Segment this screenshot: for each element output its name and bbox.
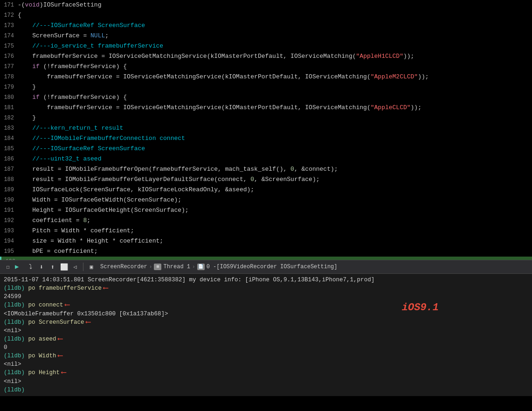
console-prompt-line-3: (lldb) po aseed⟵ — [4, 335, 528, 343]
line-number: 194 — [0, 236, 18, 246]
line-number: 195 — [0, 246, 18, 257]
line-content: //---kern_return_t result — [18, 123, 532, 133]
line-number: 187 — [0, 164, 18, 174]
code-line-194: 194 size = Width * Height * coefficient; — [0, 236, 532, 246]
console-prompt-line-2: (lldb) po ScreenSurface⟵ — [4, 318, 528, 327]
current-arrow-icon: ▶ — [15, 263, 23, 271]
line-content: if (!framebufferService) { — [18, 92, 532, 103]
code-line-188: 188 result = IOMobileFramebufferGetLayer… — [0, 174, 532, 185]
line-content: if (!framebufferService) { — [18, 62, 532, 72]
code-line-185: 185 //---IOSurfaceRef ScreenSurface — [0, 144, 532, 154]
line-content: -(void)IOSurfaceSetting — [18, 0, 532, 10]
line-number: 185 — [0, 144, 18, 154]
line-content: coefficient = 8; — [18, 216, 532, 226]
line-number: 174 — [0, 31, 18, 41]
line-content: //---IOSurfaceRef ScreenSurface — [18, 144, 532, 154]
code-line-196: 196 — [0, 257, 532, 260]
code-line-189: 189 IOSurfaceLock(ScreenSurface, kIOSurf… — [0, 185, 532, 195]
line-number: 175 — [0, 41, 18, 51]
code-line-178: 178 framebufferService = IOServiceGetMat… — [0, 72, 532, 82]
console-output-line-2: <nil> — [4, 327, 528, 335]
code-line-183: 183 //---kern_return_t result — [0, 123, 532, 133]
line-content: framebufferService = IOServiceGetMatchin… — [18, 103, 532, 113]
thread-icon: ⊞ — [154, 264, 161, 270]
line-number: 193 — [0, 226, 18, 236]
code-line-187: 187 result = IOMobileFramebufferOpen(fra… — [0, 164, 532, 174]
breadcrumb-thread: Thread 1 — [163, 264, 190, 270]
code-line-176: 176 framebufferService = IOServiceGetMat… — [0, 51, 532, 62]
line-content: Pitch = Width * coefficient; — [18, 226, 532, 236]
breadcrumb-sep2: › — [192, 264, 195, 270]
thread-view-icon[interactable]: ⬜ — [60, 263, 68, 271]
code-line-174: 174 ScreenSurface = NULL; — [0, 31, 532, 41]
debugger-toolbar: ☐ ▶ ⤵ ⬇ ⬆ ⬜ ◁ ▣ ScreenRecorder › ⊞ Threa… — [0, 260, 532, 274]
code-line-190: 190 Width = IOSurfaceGetWidth(ScreenSurf… — [0, 195, 532, 205]
console-prompt-line-5: (lldb) po Height⟵ — [4, 369, 528, 377]
console-prompt-line-6: (lldb) — [4, 386, 528, 394]
code-line-181: 181 framebufferService = IOServiceGetMat… — [0, 103, 532, 113]
line-number: 190 — [0, 195, 18, 205]
line-content: framebufferService = IOServiceGetMatchin… — [18, 51, 532, 62]
code-line-184: 184 //---IOMobileFramebufferConnection c… — [0, 133, 532, 144]
line-number: 189 — [0, 185, 18, 195]
code-line-173: 173 //---IOSurfaceRef ScreenSurface — [0, 21, 532, 31]
console-info-line: 2015-11-07 14:03:51.801 ScreenRecorder[4… — [4, 276, 528, 284]
line-content: } — [18, 82, 532, 92]
step-out-icon[interactable]: ⬆ — [48, 263, 57, 271]
line-content: size = Width * Height * coefficient; — [18, 236, 532, 246]
line-content: bPE = coefficient; — [18, 246, 532, 257]
console-prompt-line-1: (lldb) po connect⟵ — [4, 301, 528, 309]
breadcrumb: ScreenRecorder › ⊞ Thread 1 › 📄 0 -[IOS9… — [100, 264, 338, 270]
ios-annotation-label: iOS9.1 — [402, 302, 439, 313]
toggle-console-icon[interactable]: ☐ — [4, 263, 12, 271]
line-number: 177 — [0, 62, 18, 72]
code-line-182: 182 } — [0, 113, 532, 123]
console-output-line-5: <nil> — [4, 377, 528, 386]
code-editor: 171-(void)IOSurfaceSetting172{173 //---I… — [0, 0, 532, 260]
line-content: IOSurfaceLock(ScreenSurface, kIOSurfaceL… — [18, 185, 532, 195]
code-line-179: 179 } — [0, 82, 532, 92]
line-number: 191 — [0, 205, 18, 216]
line-number: 182 — [0, 113, 18, 123]
line-number: 188 — [0, 174, 18, 185]
step-over-icon[interactable]: ⤵ — [26, 263, 35, 271]
console-output-line-1: <IOMobileFramebuffer 0x13501c800 [0x1a13… — [4, 310, 528, 318]
line-content: Width = IOSurfaceGetWidth(ScreenSurface)… — [18, 195, 532, 205]
code-line-186: 186 //---uint32_t aseed — [0, 154, 532, 164]
line-content: result = IOMobileFramebufferOpen(framebu… — [18, 164, 532, 174]
line-content: framebufferService = IOServiceGetMatchin… — [18, 72, 532, 82]
line-number: 179 — [0, 82, 18, 92]
console-wrapper: 2015-11-07 14:03:51.801 ScreenRecorder[4… — [0, 274, 532, 396]
line-number: 176 — [0, 51, 18, 62]
step-into-icon[interactable]: ⬇ — [37, 263, 46, 271]
line-number: 186 — [0, 154, 18, 164]
line-number: 192 — [0, 216, 18, 226]
code-line-177: 177 if (!framebufferService) { — [0, 62, 532, 72]
breadcrumb-method: 0 -[IOS9VideoRecorder IOSurfaceSetting] — [207, 264, 338, 270]
breadcrumb-sep1: › — [149, 264, 152, 270]
code-line-191: 191 Height = IOSurfaceGetHeight(ScreenSu… — [0, 205, 532, 216]
code-line-195: 195 bPE = coefficient; — [0, 246, 532, 257]
console-output-line-4: <nil> — [4, 360, 528, 369]
code-line-180: 180 if (!framebufferService) { — [0, 92, 532, 103]
code-line-192: 192 coefficient = 8; — [0, 216, 532, 226]
line-content: } — [18, 113, 532, 123]
toolbar-separator — [83, 263, 83, 271]
back-icon[interactable]: ◁ — [71, 263, 79, 271]
line-number: 172 — [0, 10, 18, 21]
console-output-line-3: 0 — [4, 343, 528, 352]
line-content: result = IOMobileFramebufferGetLayerDefa… — [18, 174, 532, 185]
line-number: 181 — [0, 103, 18, 113]
line-content: //---IOSurfaceRef ScreenSurface — [18, 21, 532, 31]
line-number: 196 — [1, 257, 19, 260]
line-content: //---io_service_t framebufferService — [18, 41, 532, 51]
line-content: //---uint32_t aseed — [18, 154, 532, 164]
code-line-193: 193 Pitch = Width * coefficient; — [0, 226, 532, 236]
console-output: 2015-11-07 14:03:51.801 ScreenRecorder[4… — [0, 274, 532, 396]
code-line-171: 171-(void)IOSurfaceSetting — [0, 0, 532, 10]
file-icon: 📄 — [197, 264, 205, 270]
console-prompt-line-0: (lldb) po framebufferService⟵ — [4, 284, 528, 293]
line-content: { — [18, 10, 532, 21]
screen-icon[interactable]: ▣ — [87, 263, 96, 271]
line-number: 178 — [0, 72, 18, 82]
